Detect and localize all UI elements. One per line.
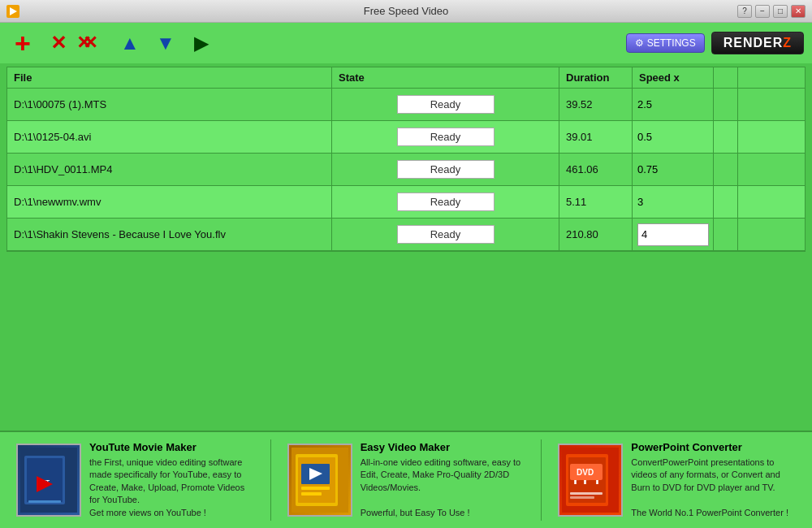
duration-cell: 39.52	[559, 89, 633, 120]
ad-powerpoint-converter[interactable]: PPT DVD PowerPoint Converter ConvertPowe…	[558, 441, 796, 519]
state-cell: Ready	[332, 219, 559, 250]
state-cell: Ready	[332, 186, 559, 218]
gear-icon: ⚙	[635, 37, 644, 49]
ad-image-pp: PPT DVD	[558, 444, 623, 517]
play-icon: ▶	[194, 32, 209, 54]
state-button[interactable]: Ready	[397, 128, 495, 146]
speed-cell: 3	[633, 186, 714, 218]
ad-description: All-in-one video editing software, easy …	[361, 457, 525, 519]
header-state: State	[332, 67, 559, 88]
move-up-button[interactable]: ▲	[115, 28, 145, 58]
extra-cell	[714, 219, 738, 250]
render-label: RENDERZ	[723, 36, 792, 50]
duration-cell: 39.01	[559, 121, 633, 153]
ad-text-video: Easy Video Maker All-in-one video editin…	[361, 441, 525, 519]
settings-label: SETTINGS	[647, 37, 696, 49]
render-button[interactable]: RENDERZ	[711, 32, 804, 54]
state-button[interactable]: Ready	[397, 193, 495, 211]
file-path: D:\1\newwmv.wmv	[7, 186, 332, 218]
close-button[interactable]: ✕	[791, 5, 806, 18]
state-cell: Ready	[332, 89, 559, 120]
svg-rect-12	[301, 487, 330, 490]
extra-cell	[714, 154, 738, 185]
state-button[interactable]: Ready	[397, 225, 495, 244]
file-path: D:\1\00075 (1).MTS	[7, 89, 332, 120]
title-bar-left	[6, 5, 19, 18]
svg-rect-13	[301, 492, 322, 496]
table-row: D:\1\Shakin Stevens - Because I Love You…	[7, 219, 805, 251]
minimize-button[interactable]: −	[755, 5, 770, 18]
table-row: D:\1\0125-04.avi Ready 39.01 0.5	[7, 121, 805, 154]
state-cell: Ready	[332, 121, 559, 153]
speed-value: 0.5	[637, 131, 652, 143]
duration-cell: 5.11	[559, 186, 633, 218]
extra-cell	[714, 121, 738, 153]
table-row: D:\1\HDV_0011.MP4 Ready 461.06 0.75	[7, 154, 805, 186]
up-arrow-icon: ▲	[120, 32, 140, 54]
app-title: Free Speed Video	[364, 5, 449, 17]
window-controls: ? − □ ✕	[737, 5, 806, 18]
table-row: D:\1\newwmv.wmv Ready 5.11 3	[7, 186, 805, 219]
file-table: File State Duration Speed x D:\1\00075 (…	[6, 67, 806, 252]
extra-cell	[714, 186, 738, 218]
ad-description: the First, unique video editing software…	[89, 457, 254, 519]
ad-easy-video-maker[interactable]: Easy Video Maker All-in-one video editin…	[287, 441, 525, 519]
toolbar-left: + ✕ ✕ ✕ ✕✕ ▲ ▼ ▶	[8, 28, 216, 58]
speed-value: 3	[637, 196, 643, 208]
move-down-button[interactable]: ▼	[151, 28, 180, 58]
add-file-button[interactable]: +	[8, 28, 37, 58]
ad-description: ConvertPowerPoint presentations to video…	[631, 457, 796, 519]
settings-button[interactable]: ⚙ SETTINGS	[626, 33, 705, 53]
speed-value: 0.75	[637, 163, 658, 175]
ad-image-video	[287, 444, 352, 517]
state-button[interactable]: Ready	[397, 160, 495, 179]
table-row: D:\1\00075 (1).MTS Ready 39.52 2.5	[7, 89, 805, 121]
speed-input[interactable]	[637, 223, 709, 246]
ad-title: PowerPoint Converter	[631, 441, 796, 453]
svg-rect-19	[570, 492, 603, 495]
ad-text-youtube: YouTute Movie Maker the First, unique vi…	[89, 441, 254, 519]
ad-divider-2	[541, 439, 542, 521]
down-arrow-icon: ▼	[156, 32, 175, 54]
svg-rect-7	[28, 500, 61, 503]
duration-cell: 461.06	[559, 154, 633, 185]
ad-title: YouTute Movie Maker	[89, 441, 254, 453]
delete-all-button[interactable]: ✕ ✕ ✕✕	[80, 28, 109, 58]
toolbar: + ✕ ✕ ✕ ✕✕ ▲ ▼ ▶ ⚙ SETTINGS RENDERZ	[0, 23, 812, 63]
ad-divider-1	[270, 439, 271, 521]
help-button[interactable]: ?	[737, 5, 752, 18]
file-path: D:\1\0125-04.avi	[7, 121, 332, 153]
ad-image-youtube: YT	[16, 444, 81, 517]
plus-icon: +	[15, 29, 31, 57]
speed-cell: 0.75	[633, 154, 714, 185]
xx-icon: ✕ ✕ ✕✕	[80, 32, 109, 54]
ad-youtube-movie-maker[interactable]: YT YouTute Movie Maker the First, unique…	[16, 441, 254, 519]
state-button[interactable]: Ready	[397, 95, 495, 114]
header-extra	[714, 67, 738, 88]
svg-text:DVD: DVD	[577, 468, 594, 477]
speed-cell: 0.5	[633, 121, 714, 153]
ad-text-pp: PowerPoint Converter ConvertPowerPoint p…	[631, 441, 796, 519]
ads-bar: YT YouTute Movie Maker the First, unique…	[0, 431, 812, 528]
duration-cell: 210.80	[559, 219, 633, 250]
svg-rect-20	[570, 496, 594, 499]
table-header: File State Duration Speed x	[7, 67, 805, 89]
ad-title: Easy Video Maker	[361, 441, 525, 453]
header-duration: Duration	[559, 67, 633, 88]
speed-cell: 2.5	[633, 89, 714, 120]
file-path: D:\1\Shakin Stevens - Because I Love You…	[7, 219, 332, 250]
speed-value: 2.5	[637, 98, 652, 110]
title-bar: Free Speed Video ? − □ ✕	[0, 0, 812, 23]
speed-cell-editing	[633, 219, 714, 250]
x-icon: ✕	[50, 32, 67, 54]
delete-file-button[interactable]: ✕	[44, 28, 73, 58]
restore-button[interactable]: □	[773, 5, 788, 18]
extra-cell	[714, 89, 738, 120]
header-speed: Speed x	[633, 67, 714, 88]
file-path: D:\1\HDV_0011.MP4	[7, 154, 332, 185]
header-file: File	[7, 67, 332, 88]
app-icon	[6, 5, 19, 18]
toolbar-right: ⚙ SETTINGS RENDERZ	[626, 32, 804, 54]
state-cell: Ready	[332, 154, 559, 185]
play-button[interactable]: ▶	[187, 28, 216, 58]
